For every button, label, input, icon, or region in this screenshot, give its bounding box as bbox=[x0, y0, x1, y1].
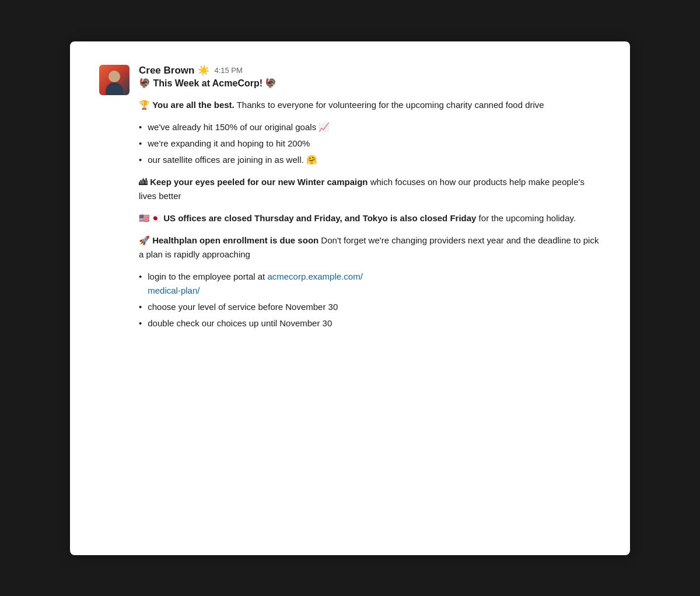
portal-link[interactable]: acmecorp.example.com/medical-plan/ bbox=[148, 271, 363, 295]
bullet-dot: • bbox=[139, 137, 142, 151]
list-item: • login to the employee portal at acmeco… bbox=[139, 270, 601, 298]
list-item: • double check our choices up until Nove… bbox=[139, 316, 601, 330]
offices-text: for the upcoming holiday. bbox=[476, 213, 576, 223]
post-title: 🦃 This Week at AcmeCorp! 🦃 bbox=[139, 78, 601, 89]
section-healthplan: 🚀 Healthplan open enrollment is due soon… bbox=[139, 233, 601, 262]
best-bold: You are all the best. bbox=[152, 100, 235, 110]
section-offices: 🇺🇸🇯🇵 US offices are closed Thursday and … bbox=[139, 211, 601, 225]
timestamp: 4:15 PM bbox=[214, 66, 242, 75]
building-emoji: 🏙 bbox=[139, 177, 150, 187]
section-best: 🏆 You are all the best. Thanks to everyo… bbox=[139, 98, 601, 112]
flags-emoji: 🇺🇸🇯🇵 bbox=[139, 213, 163, 223]
list-item: • our satellite offices are joining in a… bbox=[139, 153, 601, 167]
rocket-emoji: 🚀 bbox=[139, 235, 152, 245]
message-header: Cree Brown ☀️ 4:15 PM bbox=[139, 65, 601, 76]
bullet-dot: • bbox=[139, 120, 142, 134]
message-card: Cree Brown ☀️ 4:15 PM 🦃 This Week at Acm… bbox=[70, 41, 630, 555]
message-content: 🏆 You are all the best. Thanks to everyo… bbox=[139, 98, 601, 330]
winter-bold: Keep your eyes peeled for our new Winter… bbox=[150, 177, 368, 187]
list-item: • we're expanding it and hoping to hit 2… bbox=[139, 137, 601, 151]
bullet-text: double check our choices up until Novemb… bbox=[148, 316, 332, 330]
bullet-text: we've already hit 150% of our original g… bbox=[148, 120, 330, 134]
message-container: Cree Brown ☀️ 4:15 PM 🦃 This Week at Acm… bbox=[99, 65, 601, 339]
bullet-dot: • bbox=[139, 153, 142, 167]
list-item: • we've already hit 150% of our original… bbox=[139, 120, 601, 134]
trophy-emoji: 🏆 bbox=[139, 100, 152, 110]
offices-bold: US offices are closed Thursday and Frida… bbox=[163, 213, 476, 223]
avatar-image bbox=[99, 65, 130, 95]
bullet-dot: • bbox=[139, 270, 142, 284]
bullet-text: login to the employee portal at acmecorp… bbox=[148, 270, 363, 298]
list-item: • choose your level of service before No… bbox=[139, 300, 601, 314]
bullet-list-2: • login to the employee portal at acmeco… bbox=[139, 270, 601, 330]
bullet-list-1: • we've already hit 150% of our original… bbox=[139, 120, 601, 167]
avatar bbox=[99, 65, 130, 95]
healthplan-bold: Healthplan open enrollment is due soon bbox=[152, 235, 318, 245]
bullet-dot: • bbox=[139, 316, 142, 330]
message-body: Cree Brown ☀️ 4:15 PM 🦃 This Week at Acm… bbox=[139, 65, 601, 339]
bullet-text: choose your level of service before Nove… bbox=[148, 300, 338, 314]
best-text: Thanks to everyone for volunteering for … bbox=[235, 100, 544, 110]
author-name: Cree Brown bbox=[139, 65, 194, 76]
section-winter: 🏙 Keep your eyes peeled for our new Wint… bbox=[139, 175, 601, 203]
bullet-text: our satellite offices are joining in as … bbox=[148, 153, 317, 167]
sun-emoji: ☀️ bbox=[198, 65, 209, 76]
bullet-dot: • bbox=[139, 300, 142, 314]
bullet-text: we're expanding it and hoping to hit 200… bbox=[148, 137, 310, 151]
